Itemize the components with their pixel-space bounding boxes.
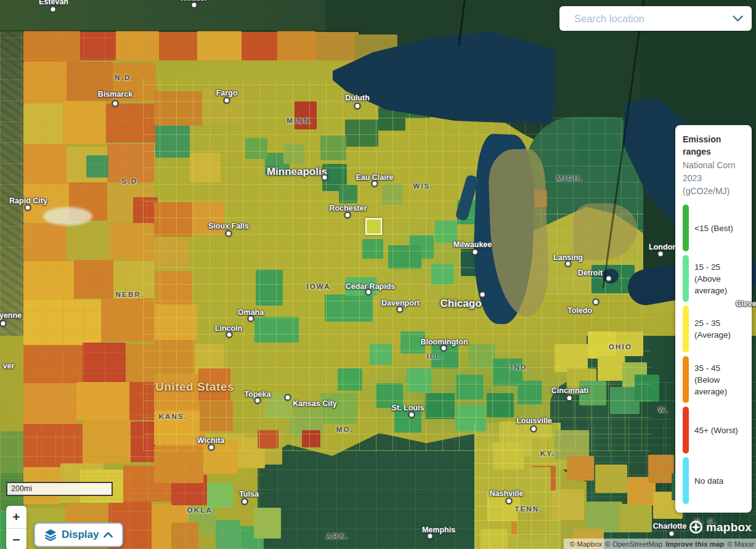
city-dot [354, 103, 361, 110]
legend-label: 45+ (Worst) [694, 425, 738, 436]
city-dot [224, 97, 230, 104]
attribution-bar: © Mapbox © OpenStreetMap Improve this ma… [564, 539, 756, 549]
city-dot [50, 6, 57, 13]
state-label: TENN. [514, 505, 543, 513]
legend-swatch [683, 356, 689, 403]
legend-label: 35 - 45 (Below average) [694, 362, 744, 397]
city-label: Louisville [516, 417, 552, 425]
city-label: Memphis [422, 526, 455, 534]
legend-item: <15 (Best) [683, 205, 744, 251]
legend-swatch [683, 407, 689, 453]
layers-icon [44, 529, 57, 541]
scale-bar: 200mi [6, 482, 113, 496]
city-label: Cincinnati [551, 386, 588, 395]
zoom-in-button[interactable]: + [6, 506, 26, 528]
city-dot [530, 426, 537, 433]
city-dot [254, 397, 261, 404]
city-dot [479, 291, 486, 298]
display-button-label: Display [62, 529, 99, 541]
city-label: Detroit [578, 269, 603, 277]
state-label: MO. [336, 426, 354, 433]
mapbox-logo-icon [688, 519, 704, 535]
city-dot [565, 261, 572, 267]
state-label: MICH. [556, 174, 583, 182]
city-dot [242, 498, 248, 505]
city-dot [226, 331, 233, 338]
city-dot [606, 275, 612, 282]
chevron-down-icon[interactable] [733, 15, 743, 22]
legend-label: 25 - 35 (Average) [694, 317, 744, 341]
city-dot [472, 249, 479, 256]
state-label: KANS. [159, 413, 188, 420]
legend-items: <15 (Best)15 - 25 (Above average)25 - 35… [683, 205, 744, 504]
search-box[interactable] [559, 6, 752, 31]
legend-swatch [683, 457, 689, 504]
city-dot [427, 533, 434, 540]
city-dot [372, 181, 378, 187]
city-label: Toledo [567, 306, 592, 315]
city-label: Chicago [440, 298, 481, 310]
city-dot [657, 251, 664, 258]
country-label: United States [155, 380, 234, 394]
maxar-attribution-link[interactable]: © Maxar [727, 540, 754, 548]
legend-item: 45+ (Worst) [683, 407, 744, 453]
city-label: Kansas City [293, 399, 337, 408]
mapbox-logo[interactable]: mapbox [688, 519, 752, 535]
map-canvas[interactable]: EstevanWinklerN.D.BismarckFargoDuluthMIN… [0, 0, 756, 549]
city-dot [506, 498, 513, 505]
state-label: OHIO [609, 343, 632, 351]
legend-subtitle: National Corn 2023 (gCO2e/MJ) [683, 159, 744, 198]
city-label: Estevan [39, 0, 68, 6]
city-dot [322, 174, 328, 181]
state-label: W. [658, 406, 669, 413]
city-dot [0, 320, 7, 327]
state-label: OKLA. [187, 506, 216, 514]
state-label: N.D. [115, 74, 134, 81]
state-label: MINN. [287, 117, 314, 124]
city-label: Fargo [216, 89, 238, 97]
legend-swatch [683, 306, 689, 352]
city-label: yenne [0, 311, 22, 320]
selected-county[interactable] [365, 218, 382, 235]
city-dot [593, 299, 600, 306]
city-label: Minneapolis [267, 166, 327, 178]
legend-label: <15 (Best) [694, 222, 733, 234]
mapbox-attribution-link[interactable]: © Mapbox [570, 540, 603, 548]
legend-item: 25 - 35 (Average) [683, 306, 744, 352]
state-label: ARK. [327, 532, 349, 540]
zoom-out-button[interactable]: − [6, 529, 26, 549]
state-label: IND. [511, 364, 530, 371]
state-label: IOWA [306, 283, 330, 290]
city-label: ver [3, 362, 15, 370]
legend-title: Emission ranges [683, 133, 744, 158]
scale-label: 200mi [11, 484, 32, 493]
legend-label: 15 - 25 (Above average) [694, 261, 744, 296]
display-button[interactable]: Display [34, 523, 123, 547]
zoom-control[interactable]: + − [6, 506, 26, 549]
city-label: Cleve [736, 299, 756, 308]
legend-item: No data [683, 457, 744, 504]
city-dot [25, 205, 31, 211]
city-dot [226, 230, 232, 237]
map-labels: EstevanWinklerN.D.BismarckFargoDuluthMIN… [0, 0, 756, 549]
city-label: Nashville [490, 489, 524, 498]
legend-label: No data [694, 475, 723, 487]
city-dot [566, 395, 573, 402]
city-label: St. Louis [392, 404, 425, 412]
city-dot [112, 100, 119, 107]
city-dot [397, 306, 404, 313]
city-label: Duluth [345, 94, 370, 102]
legend-item: 15 - 25 (Above average) [683, 255, 744, 302]
city-label: Sioux Falls [208, 222, 249, 230]
city-label: Charlotte [653, 522, 687, 531]
osm-attribution-link[interactable]: © OpenStreetMap [605, 540, 662, 548]
mapbox-logo-text: mapbox [706, 521, 752, 534]
search-input[interactable] [573, 12, 733, 25]
city-label: Milwaukee [453, 240, 492, 249]
city-dot [191, 2, 198, 9]
city-label: Tulsa [239, 490, 259, 498]
legend-item: 35 - 45 (Below average) [683, 356, 744, 403]
city-dot [344, 212, 351, 219]
improve-map-link[interactable]: Improve this map [665, 540, 724, 548]
city-label: London [649, 243, 677, 251]
